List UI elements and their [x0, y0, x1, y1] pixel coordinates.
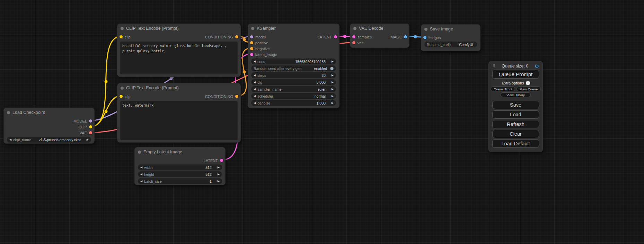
refresh-button[interactable]: Refresh [492, 120, 539, 128]
history-row: View History [492, 92, 539, 97]
queue-front-button[interactable]: Queue Front [491, 87, 515, 91]
latent-port-icon[interactable] [334, 35, 337, 38]
cfg-widget[interactable]: ◀ cfg 8.000 ▶ [251, 79, 336, 85]
view-history-button[interactable]: View History [501, 92, 531, 97]
clip-port-icon[interactable] [89, 125, 92, 128]
slot-label: negative [255, 47, 270, 51]
increment-icon[interactable]: ▶ [332, 95, 334, 98]
collapse-dot-icon[interactable] [121, 27, 124, 30]
decrement-icon[interactable]: ◀ [140, 173, 142, 176]
clip-port-icon[interactable] [120, 35, 123, 38]
extra-options-checkbox[interactable] [526, 81, 530, 85]
sampler-name-widget[interactable]: ◀ sampler_name euler ▶ [251, 86, 336, 92]
drag-handle-icon[interactable]: ⠿ [492, 64, 495, 69]
extra-options-row: Extra options [492, 81, 539, 85]
view-queue-button[interactable]: View Queue [517, 87, 541, 91]
width-widget[interactable]: ◀ width 512 ▶ [138, 164, 222, 170]
decrement-icon[interactable]: ◀ [140, 180, 142, 183]
toggle-dot-icon[interactable] [330, 67, 334, 70]
slot-row: model LATENT [248, 34, 339, 40]
clip-port-icon[interactable] [120, 95, 123, 98]
increment-icon[interactable]: ▶ [218, 180, 220, 183]
node-clip-text-encode-positive[interactable]: CLIP Text Encode (Prompt) clip CONDITION… [117, 24, 241, 77]
conditioning-port-icon[interactable] [235, 35, 238, 38]
node-header[interactable]: Empty Latent Image [135, 147, 225, 156]
widget-label: height [144, 172, 154, 177]
node-empty-latent-image[interactable]: Empty Latent Image LATENT ◀ width 512 ▶ … [134, 147, 226, 185]
increment-icon[interactable]: ▶ [87, 138, 89, 141]
slot-label: model [255, 35, 266, 39]
output-slot-conditioning: CONDITIONING [205, 35, 238, 39]
vae-port-icon[interactable] [89, 131, 92, 134]
settings-gear-icon[interactable]: ⚙ [535, 63, 539, 69]
input-slot-model: model [250, 35, 266, 39]
scheduler-widget[interactable]: ◀ scheduler normal ▶ [251, 93, 336, 99]
conditioning-port-icon[interactable] [250, 41, 253, 44]
node-clip-text-encode-negative[interactable]: CLIP Text Encode (Prompt) clip CONDITION… [117, 83, 241, 143]
image-port-icon[interactable] [423, 36, 426, 39]
decrement-icon[interactable]: ◀ [254, 88, 256, 91]
steps-widget[interactable]: ◀ steps 20 ▶ [251, 72, 336, 78]
collapse-dot-icon[interactable] [138, 151, 141, 154]
node-header[interactable]: Load Checkpoint [4, 108, 94, 117]
slot-label: vae [358, 41, 364, 45]
widget-label: cfg [257, 80, 262, 84]
latent-port-icon[interactable] [220, 159, 223, 162]
queue-prompt-button[interactable]: Queue Prompt [492, 70, 539, 79]
increment-icon[interactable]: ▶ [332, 81, 334, 84]
decrement-icon[interactable]: ◀ [140, 166, 142, 169]
batch-size-widget[interactable]: ◀ batch_size 1 ▶ [138, 178, 222, 184]
denoise-widget[interactable]: ◀ denoise 1.000 ▶ [251, 100, 336, 106]
widget-value: 20 [321, 73, 330, 78]
model-port-icon[interactable] [89, 119, 92, 123]
latent-port-icon[interactable] [250, 53, 253, 56]
widget-label: sampler_name [257, 87, 281, 91]
load-default-button[interactable]: Load Default [492, 139, 539, 148]
increment-icon[interactable]: ▶ [332, 88, 334, 91]
decrement-icon[interactable]: ◀ [254, 95, 256, 98]
conditioning-port-icon[interactable] [250, 47, 253, 50]
node-header[interactable]: CLIP Text Encode (Prompt) [117, 24, 240, 33]
collapse-dot-icon[interactable] [7, 111, 10, 114]
save-button[interactable]: Save [492, 101, 539, 109]
load-button[interactable]: Load [492, 110, 539, 119]
node-header[interactable]: KSampler [248, 24, 339, 33]
image-port-icon[interactable] [404, 35, 407, 38]
node-header[interactable]: CLIP Text Encode (Prompt) [117, 83, 240, 92]
node-vae-decode[interactable]: VAE Decode samples IMAGE vae [350, 24, 409, 48]
clear-button[interactable]: Clear [492, 130, 539, 138]
decrement-icon[interactable]: ◀ [9, 138, 11, 141]
collapse-dot-icon[interactable] [251, 27, 254, 30]
node-header[interactable]: VAE Decode [350, 24, 409, 33]
increment-icon[interactable]: ▶ [332, 74, 334, 77]
seed-widget[interactable]: ◀ seed 156680208700286 ▶ [251, 58, 336, 64]
decrement-icon[interactable]: ◀ [254, 81, 256, 84]
negative-prompt-textarea[interactable]: text, watermark [120, 101, 238, 140]
model-port-icon[interactable] [250, 35, 253, 38]
decrement-icon[interactable]: ◀ [254, 60, 256, 63]
increment-icon[interactable]: ▶ [218, 173, 220, 176]
node-load-checkpoint[interactable]: Load Checkpoint MODEL CLIP VAE ◀ ckpt_na… [3, 108, 95, 144]
random-seed-toggle-widget[interactable]: Random seed after every gen enabled [251, 65, 336, 71]
increment-icon[interactable]: ▶ [332, 60, 334, 63]
collapse-dot-icon[interactable] [353, 27, 356, 30]
vae-port-icon[interactable] [352, 41, 355, 44]
decrement-icon[interactable]: ◀ [254, 102, 256, 105]
ckpt-name-widget[interactable]: ◀ ckpt_name v1-5-pruned-emaonly.ckpt ▶ [7, 137, 91, 143]
node-save-image[interactable]: Save Image images filename_prefix ComfyU… [421, 24, 480, 51]
collapse-dot-icon[interactable] [424, 28, 427, 31]
decrement-icon[interactable]: ◀ [254, 74, 256, 77]
filename-prefix-widget[interactable]: filename_prefix ComfyUI [424, 42, 477, 47]
input-slot-images: images [421, 35, 480, 40]
latent-port-icon[interactable] [352, 35, 355, 38]
increment-icon[interactable]: ▶ [332, 102, 334, 105]
node-header[interactable]: Save Image [421, 25, 480, 34]
node-ksampler[interactable]: KSampler model LATENT positive negative [248, 24, 339, 108]
increment-icon[interactable]: ▶ [218, 166, 220, 169]
collapse-dot-icon[interactable] [121, 87, 124, 90]
conditioning-port-icon[interactable] [235, 95, 238, 98]
height-widget[interactable]: ◀ height 512 ▶ [138, 171, 222, 177]
positive-prompt-textarea[interactable]: beautiful scenery nature glass bottle la… [120, 42, 238, 74]
graph-canvas[interactable]: Load Checkpoint MODEL CLIP VAE ◀ ckpt_na… [0, 0, 644, 244]
queue-menu-panel: ⠿ Queue size: 0 ⚙ Queue Prompt Extra opt… [488, 61, 543, 152]
